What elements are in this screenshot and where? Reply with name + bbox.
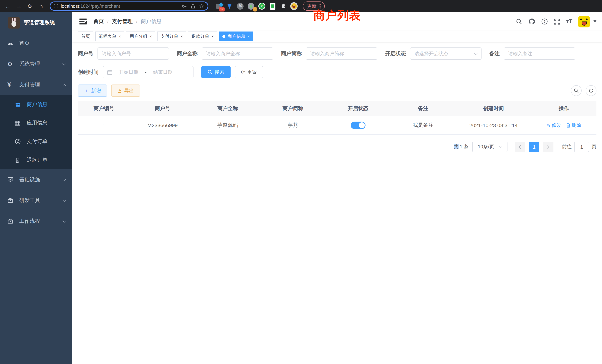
command-extension-icon[interactable]: ⌘ [236,2,244,10]
sidebar-item-infra[interactable]: 基础设施 [0,169,72,190]
sidebar-item-app-info[interactable]: 应用信息 [0,114,72,132]
goto-page: 前往 页 [562,142,596,152]
reset-button[interactable]: ⟳ 重置 [235,66,263,78]
browser-profile-avatar[interactable] [290,2,298,10]
kite-extension-icon[interactable] [226,2,233,10]
search-button[interactable]: 搜索 [201,66,231,78]
extension-badge: 10 [219,7,225,11]
update-button[interactable]: 更新 [303,1,325,11]
goto-suffix: 页 [592,143,596,150]
export-button[interactable]: 导出 [111,85,140,97]
share-icon[interactable] [190,3,195,9]
pagination: 共 1 条 10条/页 1 前往 页 [78,142,596,152]
chevron-down-icon [63,219,66,223]
delete-button[interactable]: 删除 [566,122,581,129]
goto-page-input[interactable] [574,142,589,152]
notes-extension-icon[interactable] [269,2,276,10]
browser-menu-icon[interactable] [320,4,321,9]
total-count: 共 1 条 [453,143,469,150]
download-icon [118,88,122,93]
sidebar-item-system[interactable]: ⚙ 系统管理 [0,54,72,75]
toggle-search-button[interactable] [571,85,582,96]
cell-merchant-no: M233666999 [130,116,195,134]
user-menu-caret-icon[interactable] [593,20,596,23]
grid-icon [15,120,24,126]
add-button[interactable]: ＋ 新增 [78,85,107,97]
table-header-row: 商户编号 商户号 商户全称 商户简称 开启状态 备注 创建时间 操作 [78,101,596,116]
user-avatar[interactable] [578,16,590,27]
page-content: 商户号 商户全称 商户简称 开启状态 备注 创建时间 [72,42,602,364]
sidebar-item-pay[interactable]: ¥ 支付管理 [0,75,72,95]
next-page-button[interactable] [543,142,553,152]
merchant-short-input[interactable] [306,47,377,60]
breadcrumb-home[interactable]: 首页 [93,18,104,25]
status-select[interactable] [410,47,482,60]
help-icon[interactable]: ? [541,18,548,25]
tab-merchant-info[interactable]: 商户信息× [219,32,253,41]
sidebar-item-merchant-info[interactable]: 商户信息 [0,95,72,114]
browser-home-icon[interactable]: ⌂ [36,1,46,11]
tab-home[interactable]: 首页 [78,32,93,41]
column-header: 商户全称 [195,101,260,116]
recorder-extension-icon[interactable]: 1 [247,2,255,10]
sidebar-item-workflow[interactable]: 工作流程 [0,211,72,232]
sidebar-item-refund-order[interactable]: 退款订单 [0,151,72,169]
merchant-no-input[interactable] [97,47,169,60]
column-header: 商户编号 [78,101,130,116]
search-icon[interactable] [516,18,523,25]
tab-process-form[interactable]: 流程表单× [95,32,124,41]
sidebar-collapse-icon[interactable] [79,19,87,24]
sidebar-item-home[interactable]: 首页 [0,33,72,54]
sidebar-item-label: 支付管理 [19,82,63,88]
header-actions: ? TT [516,16,596,27]
status-toggle[interactable] [351,122,365,129]
end-date-input[interactable] [150,69,176,75]
tab-close-icon[interactable]: × [248,34,250,39]
extensions-puzzle-icon[interactable] [280,2,287,10]
merchant-name-input[interactable] [202,47,273,60]
table-row: 1 M233666999 芋道源码 芋艿 我是备注 2021-10-23 08:… [78,116,596,135]
password-key-icon[interactable] [182,3,187,9]
cell-remark: 我是备注 [390,116,456,134]
calendar-icon [107,69,112,75]
main-area: 首页 / 支付管理 / 商户信息 商户列表 ? [72,12,602,364]
url-bar[interactable]: ⓘ localhost:1024/pay/merchant ☆ [50,1,208,11]
refresh-icon: ⟳ [241,69,245,75]
tab-user-group[interactable]: 用户分组× [126,32,155,41]
refresh-table-button[interactable] [586,85,596,96]
fullscreen-icon[interactable] [554,18,560,25]
start-date-input[interactable] [115,69,142,75]
tab-refund-order[interactable]: 退款订单× [188,32,217,41]
browser-back-icon[interactable]: ← [3,1,13,11]
sidebar-item-label: 研发工具 [19,197,63,204]
breadcrumb-pay[interactable]: 支付管理 [112,18,133,25]
tab-close-icon[interactable]: × [150,34,152,39]
tab-close-icon[interactable]: × [212,34,214,39]
github-icon[interactable] [528,18,536,25]
extension-cluster: 10 ⌘ 1 Y [215,2,298,10]
remark-input[interactable] [504,47,575,60]
font-size-icon[interactable]: TT [566,18,572,25]
sidebar-item-pay-order[interactable]: 支付订单 [0,132,72,151]
chevron-left-icon [519,145,523,149]
browser-forward-icon[interactable]: → [14,1,24,11]
url-text[interactable]: localhost:1024/pay/merchant [61,3,179,9]
browser-reload-icon[interactable]: ⟳ [25,1,35,11]
cell-full-name: 芋道源码 [195,116,260,134]
sidebar-item-dev-tools[interactable]: 研发工具 [0,190,72,211]
page-size-select[interactable]: 10条/页 [472,142,507,152]
tab-pay-order[interactable]: 支付订单× [157,32,186,41]
edit-button[interactable]: ✎修改 [546,122,561,129]
create-time-range-picker[interactable]: - [103,66,194,78]
bookmark-star-icon[interactable]: ☆ [199,3,204,10]
site-info-icon[interactable]: ⓘ [54,3,58,9]
page-number-button[interactable]: 1 [529,142,539,152]
prev-page-button[interactable] [515,142,525,152]
extension-icon[interactable]: 10 [215,2,222,10]
y-extension-icon[interactable]: Y [258,2,265,10]
tab-close-icon[interactable]: × [119,34,121,39]
column-header: 备注 [390,101,456,116]
sidebar-logo[interactable]: 芋道管理系统 [0,12,72,33]
tab-close-icon[interactable]: × [181,34,183,39]
column-header: 创建时间 [456,101,531,116]
